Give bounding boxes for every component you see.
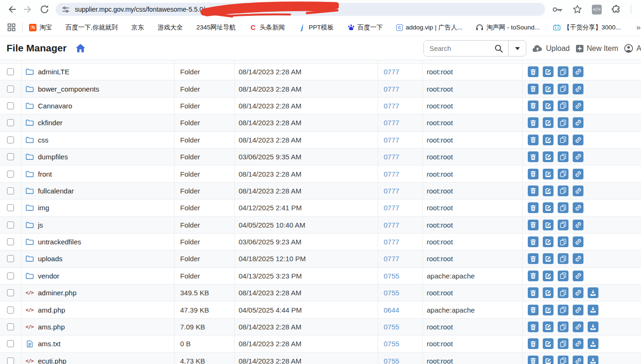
file-permissions[interactable]: 0777 bbox=[384, 187, 399, 195]
row-checkbox[interactable] bbox=[7, 289, 14, 296]
copy-button[interactable] bbox=[558, 100, 568, 111]
link-button[interactable] bbox=[573, 253, 583, 264]
row-checkbox[interactable] bbox=[7, 221, 14, 228]
bookmark-item[interactable]: 2345网址导航 bbox=[197, 23, 236, 32]
copy-button[interactable] bbox=[558, 202, 568, 213]
file-name[interactable]: js bbox=[38, 221, 43, 229]
delete-button[interactable] bbox=[528, 305, 539, 315]
edit-button[interactable] bbox=[543, 169, 554, 179]
delete-button[interactable] bbox=[528, 356, 539, 364]
reload-icon[interactable] bbox=[39, 4, 50, 14]
delete-button[interactable] bbox=[528, 186, 539, 196]
bookmark-item[interactable]: 百度一下 bbox=[347, 23, 383, 32]
row-checkbox[interactable] bbox=[7, 119, 14, 126]
link-button[interactable] bbox=[573, 271, 583, 281]
extensions-puzzle-icon[interactable] bbox=[612, 5, 621, 14]
bookmark-item[interactable]: 游戏大全 bbox=[158, 23, 183, 32]
edit-button[interactable] bbox=[543, 202, 554, 213]
address-bar[interactable]: supplier.mpc.gov.my/css/fontawesome-5.5.… bbox=[56, 3, 545, 16]
bookmark-item[interactable]: 京东 bbox=[131, 23, 144, 32]
link-button[interactable] bbox=[573, 220, 583, 230]
download-button[interactable] bbox=[588, 305, 598, 315]
bookmark-item[interactable]: Caddog.vip | 广告人... bbox=[396, 23, 462, 32]
delete-button[interactable] bbox=[528, 84, 539, 94]
copy-button[interactable] bbox=[558, 287, 568, 298]
link-button[interactable] bbox=[573, 202, 583, 213]
link-button[interactable] bbox=[573, 117, 583, 128]
delete-button[interactable] bbox=[528, 202, 539, 213]
file-name[interactable]: Cannavaro bbox=[38, 102, 72, 110]
copy-button[interactable] bbox=[558, 220, 568, 230]
site-info-icon[interactable] bbox=[62, 6, 70, 14]
copy-button[interactable] bbox=[558, 186, 568, 196]
home-icon[interactable] bbox=[76, 44, 85, 52]
row-checkbox[interactable] bbox=[7, 68, 14, 75]
file-name[interactable]: adminLTE bbox=[38, 68, 69, 76]
row-checkbox[interactable] bbox=[7, 153, 14, 160]
delete-button[interactable] bbox=[528, 66, 539, 77]
download-button[interactable] bbox=[588, 338, 598, 349]
row-checkbox[interactable] bbox=[7, 204, 14, 211]
download-button[interactable] bbox=[588, 321, 598, 332]
file-permissions[interactable]: 0777 bbox=[384, 204, 399, 212]
delete-button[interactable] bbox=[528, 100, 539, 111]
file-name[interactable]: ecuti.php bbox=[38, 357, 66, 364]
search-icon[interactable] bbox=[495, 41, 508, 56]
delete-button[interactable] bbox=[528, 117, 539, 128]
edit-button[interactable] bbox=[543, 236, 554, 247]
edit-button[interactable] bbox=[543, 66, 554, 77]
delete-button[interactable] bbox=[528, 271, 539, 281]
file-name[interactable]: ams.php bbox=[38, 323, 65, 331]
link-button[interactable] bbox=[573, 169, 583, 179]
new-item-button[interactable]: New Item bbox=[576, 44, 619, 53]
link-button[interactable] bbox=[573, 321, 583, 332]
bookmark-item[interactable]: 百度一下,你就就到 bbox=[66, 23, 118, 32]
link-button[interactable] bbox=[573, 305, 583, 315]
row-checkbox[interactable] bbox=[7, 187, 14, 194]
file-permissions[interactable]: 0777 bbox=[384, 136, 399, 144]
bookmark-item[interactable]: C头条新闻 bbox=[249, 23, 285, 32]
row-checkbox[interactable] bbox=[7, 238, 14, 245]
copy-button[interactable] bbox=[558, 66, 568, 77]
row-checkbox[interactable] bbox=[7, 136, 14, 143]
link-button[interactable] bbox=[573, 338, 583, 349]
copy-button[interactable] bbox=[558, 84, 568, 94]
copy-button[interactable] bbox=[558, 135, 568, 145]
row-checkbox[interactable] bbox=[7, 272, 14, 279]
upload-button[interactable]: Upload bbox=[532, 44, 570, 53]
link-button[interactable] bbox=[573, 66, 583, 77]
file-permissions[interactable]: 0777 bbox=[384, 221, 399, 229]
bookmark-item[interactable]: 【干货分享】3000... bbox=[553, 23, 620, 32]
link-button[interactable] bbox=[573, 356, 583, 364]
link-button[interactable] bbox=[573, 84, 583, 94]
row-checkbox[interactable] bbox=[7, 102, 14, 109]
edit-button[interactable] bbox=[543, 100, 554, 111]
link-button[interactable] bbox=[573, 135, 583, 145]
delete-button[interactable] bbox=[528, 220, 539, 230]
edit-button[interactable] bbox=[543, 338, 554, 349]
copy-button[interactable] bbox=[558, 151, 568, 162]
url-text[interactable]: supplier.mpc.gov.my/css/fontawesome-5.5.… bbox=[75, 6, 215, 13]
link-button[interactable] bbox=[573, 186, 583, 196]
file-name[interactable]: adminer.php bbox=[38, 289, 77, 297]
edit-button[interactable] bbox=[543, 305, 554, 315]
edit-button[interactable] bbox=[543, 356, 554, 364]
admin-menu-button[interactable]: Admin bbox=[624, 44, 641, 53]
copy-button[interactable] bbox=[558, 117, 568, 128]
file-name[interactable]: untrackedfiles bbox=[38, 238, 81, 246]
back-icon[interactable] bbox=[7, 4, 17, 14]
file-name[interactable]: front bbox=[38, 170, 52, 178]
file-name[interactable]: dumpfiles bbox=[38, 153, 68, 161]
password-key-icon[interactable] bbox=[552, 6, 563, 13]
link-button[interactable] bbox=[573, 236, 583, 247]
file-permissions[interactable]: 0755 bbox=[384, 272, 399, 280]
edit-button[interactable] bbox=[543, 321, 554, 332]
row-checkbox[interactable] bbox=[7, 357, 14, 364]
file-name[interactable]: amd.php bbox=[38, 306, 65, 314]
copy-button[interactable] bbox=[558, 253, 568, 264]
file-permissions[interactable]: 0777 bbox=[384, 68, 399, 76]
row-checkbox[interactable] bbox=[7, 171, 14, 178]
apps-grid-icon[interactable] bbox=[7, 23, 15, 31]
download-button[interactable] bbox=[588, 287, 598, 298]
file-permissions[interactable]: 0644 bbox=[384, 306, 399, 314]
